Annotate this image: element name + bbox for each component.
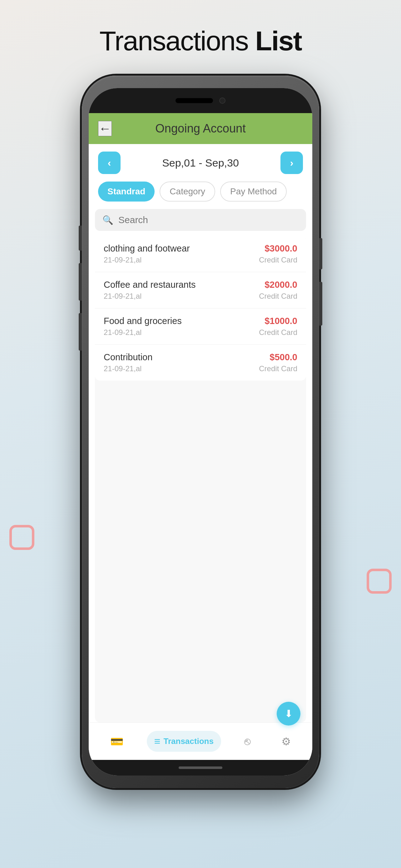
transaction-name: Contribution xyxy=(104,352,257,363)
transaction-name: Food and groceries xyxy=(104,316,257,326)
transaction-name: clothing and footwear xyxy=(104,243,257,254)
nav-item-wallet[interactable]: 💳 xyxy=(103,731,131,752)
date-range: Sep,01 - Sep,30 xyxy=(162,157,239,169)
app-content: ‹ Sep,01 - Sep,30 › Standrad Category Pa… xyxy=(89,144,312,722)
power-button xyxy=(319,238,322,269)
transaction-date: 21-09-21,al xyxy=(104,328,257,337)
chevron-right-icon: › xyxy=(290,157,294,169)
transaction-list: clothing and footwear $3000.0 21-09-21,a… xyxy=(95,236,306,722)
search-bar: 🔍 xyxy=(95,209,306,231)
bottom-navigation: 💳 ≡ Transactions ⎋ ⚙ xyxy=(89,722,312,760)
tab-pay-method[interactable]: Pay Method xyxy=(220,182,287,202)
transaction-amount: $2000.0 xyxy=(259,280,297,290)
search-input[interactable] xyxy=(119,215,299,225)
header-title: Ongoing Account xyxy=(155,122,245,135)
next-date-button[interactable]: › xyxy=(280,152,303,174)
table-row: Coffee and restaurants $2000.0 21-09-21,… xyxy=(95,272,306,308)
phone-screen: ← Ongoing Account ‹ Sep,01 - Sep,30 › St… xyxy=(89,88,312,776)
home-indicator-bar xyxy=(179,767,222,769)
home-indicator xyxy=(89,760,312,776)
deco-square-right xyxy=(367,569,392,594)
transaction-amount: $1000.0 xyxy=(259,316,297,326)
share-icon: ⎋ xyxy=(244,735,250,747)
app-header: ← Ongoing Account xyxy=(89,113,312,144)
transaction-method: Credit Card xyxy=(259,256,297,264)
prev-date-button[interactable]: ‹ xyxy=(98,152,121,174)
phone-frame: ← Ongoing Account ‹ Sep,01 - Sep,30 › St… xyxy=(82,75,319,788)
silent-switch xyxy=(79,226,82,251)
nav-transactions-label: Transactions xyxy=(164,737,213,746)
list-icon: ≡ xyxy=(154,735,161,747)
transaction-date: 21-09-21,al xyxy=(104,292,257,301)
transaction-date: 21-09-21,al xyxy=(104,364,257,373)
volume-down-button xyxy=(79,263,82,301)
notch-bar xyxy=(89,88,312,113)
nav-item-settings[interactable]: ⚙ xyxy=(274,731,298,752)
notch-pill xyxy=(175,98,213,103)
back-button[interactable]: ← xyxy=(98,121,112,136)
date-navigation: ‹ Sep,01 - Sep,30 › xyxy=(89,144,312,182)
table-row: clothing and footwear $3000.0 21-09-21,a… xyxy=(95,236,306,272)
table-row: Food and groceries $1000.0 21-09-21,al C… xyxy=(95,308,306,345)
front-camera xyxy=(219,97,226,104)
transaction-amount: $3000.0 xyxy=(259,243,297,254)
download-fab[interactable]: ⬇ xyxy=(277,702,300,722)
table-row: Contribution $500.0 21-09-21,al Credit C… xyxy=(95,345,306,380)
nav-item-share[interactable]: ⎋ xyxy=(237,731,258,752)
transaction-method: Credit Card xyxy=(259,292,297,301)
transaction-name: Coffee and restaurants xyxy=(104,280,257,290)
deco-square-left xyxy=(9,525,34,550)
page-title: Transactions List xyxy=(99,25,301,57)
gear-icon: ⚙ xyxy=(281,735,291,748)
transaction-method: Credit Card xyxy=(259,364,297,373)
volume-up-button xyxy=(319,282,322,326)
filter-tabs: Standrad Category Pay Method xyxy=(89,182,312,209)
download-icon: ⬇ xyxy=(285,708,293,720)
tab-category[interactable]: Category xyxy=(160,182,215,202)
transaction-method: Credit Card xyxy=(259,328,297,337)
chevron-left-icon: ‹ xyxy=(108,157,111,169)
search-icon: 🔍 xyxy=(102,215,113,225)
tab-standard[interactable]: Standrad xyxy=(98,182,155,202)
nav-item-transactions[interactable]: ≡ Transactions xyxy=(147,731,221,752)
transaction-amount: $500.0 xyxy=(259,352,297,363)
wallet-icon: 💳 xyxy=(110,735,123,748)
volume-up-left-button xyxy=(79,313,82,350)
transaction-date: 21-09-21,al xyxy=(104,256,257,264)
